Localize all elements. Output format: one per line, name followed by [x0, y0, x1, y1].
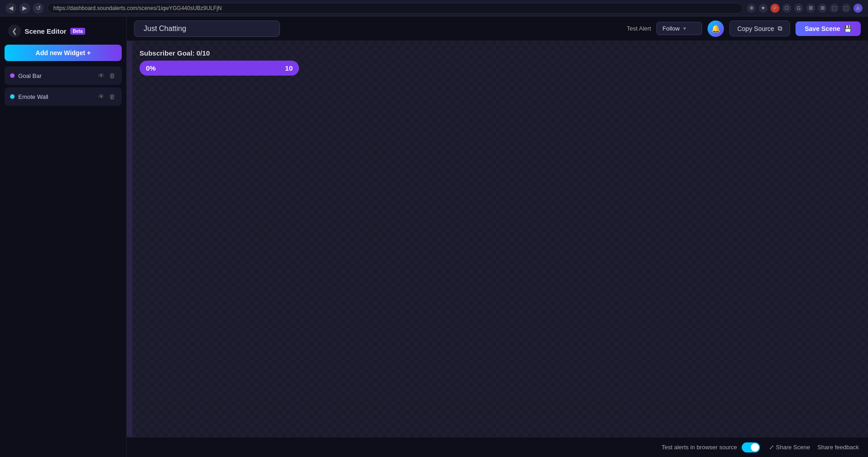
eye-icon-2: 👁	[98, 93, 104, 100]
forward-nav-button[interactable]: ▶	[19, 3, 30, 14]
scene-name-tag[interactable]: Just Chatting	[134, 21, 280, 37]
goal-bar-actions: 👁 🗑	[97, 71, 116, 80]
browser-ext-icon-5[interactable]: G	[794, 4, 803, 13]
browser-profile-icon[interactable]: A	[853, 4, 863, 13]
share-scene-label: Share Scene	[776, 444, 810, 451]
emote-wall-delete-button[interactable]: 🗑	[108, 92, 116, 101]
toggle-knob	[751, 443, 759, 452]
trash-icon-2: 🗑	[109, 93, 115, 100]
goal-title: Subscriber Goal: 0/10	[140, 49, 299, 57]
copy-source-label: Copy Source	[737, 25, 774, 32]
save-icon: 💾	[844, 25, 852, 32]
emote-wall-visibility-button[interactable]: 👁	[97, 92, 105, 101]
goal-bar-widget[interactable]: Subscriber Goal: 0/10 0% 10	[140, 49, 299, 76]
test-alert-label: Test Alert	[627, 25, 651, 32]
emote-wall-label: Emote Wall	[18, 93, 93, 100]
dropdown-arrow-icon: ▼	[682, 26, 687, 31]
bell-button[interactable]: 🔔	[708, 21, 724, 37]
sidebar: ❮ Scene Editor Beta Add new Widget + Goa…	[0, 16, 127, 457]
browser-ext-icon-1[interactable]: ⊕	[747, 4, 756, 13]
browser-ext-icon-9[interactable]: ⬚	[842, 4, 851, 13]
canvas-area: Subscriber Goal: 0/10 0% 10	[127, 41, 868, 437]
bottom-bar: Test alerts in browser source ⤢ Share Sc…	[127, 437, 868, 457]
test-alerts-label: Test alerts in browser source	[661, 444, 737, 451]
share-scene-icon: ⤢	[769, 444, 774, 451]
browser-ext-icon-2[interactable]: ★	[759, 4, 768, 13]
browser-chrome: ◀ ▶ ↺ https://dashboard.soundalerts.com/…	[0, 0, 868, 16]
add-widget-button[interactable]: Add new Widget +	[5, 45, 122, 61]
toolbar: Just Chatting Test Alert Follow ▼ 🔔 Copy…	[127, 16, 868, 41]
add-widget-label: Add new Widget +	[36, 49, 91, 56]
reload-nav-button[interactable]: ↺	[33, 3, 44, 14]
eye-icon: 👁	[98, 72, 104, 79]
goal-bar-visibility-button[interactable]: 👁	[97, 71, 105, 80]
test-alert-dropdown[interactable]: Follow ▼	[656, 22, 702, 35]
widget-item-goal-bar[interactable]: Goal Bar 👁 🗑	[5, 67, 122, 85]
main-content: Just Chatting Test Alert Follow ▼ 🔔 Copy…	[127, 16, 868, 457]
goal-count: 10	[285, 64, 293, 72]
emote-wall-dot	[10, 94, 15, 99]
url-text: https://dashboard.soundalerts.com/scenes…	[53, 5, 222, 11]
url-bar[interactable]: https://dashboard.soundalerts.com/scenes…	[47, 3, 743, 14]
copy-source-button[interactable]: Copy Source ⧉	[729, 21, 790, 36]
save-scene-label: Save Scene	[805, 25, 840, 32]
goal-bar-label: Goal Bar	[18, 72, 93, 79]
share-feedback-label: Share feedback	[817, 444, 859, 451]
goal-percent: 0%	[146, 64, 156, 72]
browser-nav: ◀ ▶ ↺	[5, 3, 44, 14]
back-nav-button[interactable]: ◀	[5, 3, 16, 14]
share-feedback-button[interactable]: Share feedback	[817, 444, 859, 451]
scene-name-text: Just Chatting	[144, 25, 186, 32]
share-scene-button[interactable]: ⤢ Share Scene	[769, 444, 810, 451]
browser-icon-group: ⊕ ★ P ⬡ G ⊞ ⊞ ⬚ ⬚ A	[747, 4, 863, 13]
browser-ext-icon-4[interactable]: ⬡	[782, 4, 791, 13]
sidebar-header: ❮ Scene Editor Beta	[5, 23, 122, 39]
widget-list: Goal Bar 👁 🗑 Emote Wall 👁	[5, 67, 122, 106]
browser-ext-icon-7[interactable]: ⊞	[818, 4, 827, 13]
sidebar-back-button[interactable]: ❮	[8, 25, 21, 37]
browser-ext-icon-6[interactable]: ⊞	[806, 4, 815, 13]
follow-label: Follow	[662, 25, 680, 32]
browser-ext-icon-8[interactable]: ⬚	[830, 4, 839, 13]
save-scene-button[interactable]: Save Scene 💾	[796, 21, 861, 36]
emote-wall-actions: 👁 🗑	[97, 92, 116, 101]
widget-item-emote-wall[interactable]: Emote Wall 👁 🗑	[5, 87, 122, 106]
copy-icon: ⧉	[778, 25, 782, 32]
browser-ext-icon-3[interactable]: P	[770, 4, 780, 13]
sidebar-title: Scene Editor	[25, 27, 67, 35]
trash-icon: 🗑	[109, 72, 115, 79]
beta-badge: Beta	[70, 28, 86, 35]
test-alerts-toggle[interactable]	[742, 442, 760, 452]
goal-bar-container: 0% 10	[140, 61, 299, 76]
app-container: ❮ Scene Editor Beta Add new Widget + Goa…	[0, 16, 868, 457]
goal-bar-dot	[10, 73, 15, 78]
bell-icon: 🔔	[711, 24, 720, 33]
canvas-left-border	[127, 41, 132, 437]
back-arrow-icon: ❮	[12, 27, 17, 35]
goal-bar-delete-button[interactable]: 🗑	[108, 71, 116, 80]
